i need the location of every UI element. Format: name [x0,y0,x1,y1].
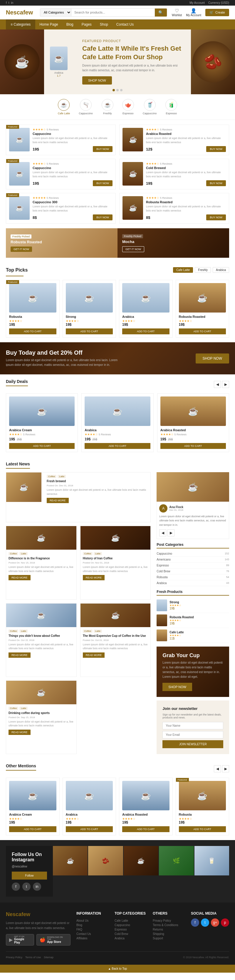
featured-prev-arrow[interactable]: ◀ [159,529,166,536]
category-espresso-2[interactable]: 🧃 Espresso [166,99,177,115]
read-more-btn-3[interactable]: READ MORE [83,575,105,580]
linkedin-icon[interactable]: in [11,1,14,5]
currency-selector[interactable]: Currency (USD) [208,1,229,5]
other-mentions-prev[interactable]: ◀ [214,765,221,772]
cart-button[interactable]: 🛒 Create [205,9,229,16]
tab-freshly[interactable]: Freshly [195,267,211,273]
twitter-icon[interactable]: t [8,1,9,5]
search-input[interactable] [71,9,155,16]
nav-shop[interactable]: Shop [96,19,112,29]
post-cat-americano[interactable]: Americano143 [156,557,229,563]
footer-info-about[interactable]: About Us [76,918,109,923]
read-more-btn-5[interactable]: READ MORE [83,652,105,658]
grab-cup-button[interactable]: SHOP NOW [162,683,192,691]
daily-deal-cart-2[interactable]: ADD TO CART [85,443,150,449]
post-cat-cappuccino[interactable]: Cappuccino152 [156,551,229,557]
newsletter-email-input[interactable] [162,731,223,738]
instagram-twitter-icon[interactable]: t [22,883,30,891]
footer-cat-espresso[interactable]: Espresso [115,927,147,932]
instagram-follow-button[interactable]: Follow [12,872,47,880]
nav-pages[interactable]: Pages [77,19,96,29]
nav-home[interactable]: Home Page [35,19,62,29]
top-pick-add-cart-2[interactable]: ADD TO CART [66,328,113,334]
daily-deal-cart-1[interactable]: ADD TO CART [9,443,75,449]
site-logo[interactable]: Nescafew [6,9,35,16]
mention-cart-4[interactable]: ADD TO CART [179,826,226,832]
add-to-cart-button-2[interactable]: BUY NOW [206,146,226,152]
footer-other-privacy[interactable]: Privacy Policy [153,918,185,923]
footer-cat-cold-brew[interactable]: Cold Brew [115,932,147,936]
daily-deals-prev[interactable]: ◀ [214,381,221,388]
add-to-cart-button-1[interactable]: BUY NOW [93,146,112,152]
footer-info-contact[interactable]: Contact Us [76,932,109,936]
category-cafe-latte[interactable]: ☕ Cafe Latte [58,99,70,115]
category-cappuccino-2[interactable]: 🥤 Cappuccino [143,99,157,115]
mention-cart-1[interactable]: ADD TO CART [9,826,57,832]
footer-other-returns[interactable]: Returns [153,927,185,932]
footer-pinterest-icon[interactable]: p [221,918,229,927]
tab-cafe-latte[interactable]: Cafe Latte [173,267,193,273]
add-to-cart-button-4[interactable]: BUY NOW [206,180,226,186]
post-cat-robusta[interactable]: Robusta54 [156,574,229,580]
hero-shop-now-button[interactable]: SHOP NOW [82,76,112,84]
footer-info-affiliates[interactable]: Affiliates [76,936,109,940]
wishlist-icon[interactable]: ♡ Wishlist [172,8,182,17]
hero-dot-2[interactable] [116,89,119,91]
mention-cart-3[interactable]: ADD TO CART [122,826,169,832]
featured-next-arrow[interactable]: ▶ [167,529,175,536]
add-to-cart-button-6[interactable]: BUY NOW [206,215,226,220]
post-cat-cold-brew[interactable]: Cold Brew76 [156,568,229,574]
footer-facebook-icon[interactable]: f [191,918,199,927]
footer-other-shipping[interactable]: Shipping [153,932,185,936]
instagram-linkedin-icon[interactable]: in [33,883,41,891]
footer-other-terms[interactable]: Terms & Conditions [153,923,185,927]
add-to-cart-button-5[interactable]: BUY NOW [93,215,112,220]
post-cat-arabica[interactable]: Arabica43 [156,580,229,586]
daily-deals-next[interactable]: ▶ [222,381,229,388]
facebook-icon[interactable]: f [6,1,7,5]
buy-banner-button[interactable]: SHOP NOW [196,353,229,363]
read-more-btn-2[interactable]: READ MORE [8,575,30,580]
footer-cat-cappuccino[interactable]: Cappuccino [115,923,147,927]
footer-terms-link[interactable]: Terms of Use [25,956,41,959]
app-store-badge[interactable]: 🍎 DOWNLOAD ON THE App Store [36,934,71,945]
promo-btn-1[interactable]: GET IT NOW [11,247,32,252]
top-pick-add-cart-4[interactable]: ADD TO CART [179,328,226,334]
footer-googleplus-icon[interactable]: g+ [211,918,219,927]
footer-info-blog[interactable]: Blog [76,923,109,927]
instagram-facebook-icon[interactable]: f [12,883,20,891]
footer-cat-latte[interactable]: Cafe Latte [115,918,147,923]
mention-cart-2[interactable]: ADD TO CART [66,826,113,832]
newsletter-submit-button[interactable]: JOIN NEWSLETTER [162,740,223,748]
footer-privacy-link[interactable]: Privacy Policy [6,956,22,959]
google-play-badge[interactable]: ▶ GET IT ON Google Play [6,934,34,945]
read-more-btn-6[interactable]: READ MORE [8,730,30,735]
other-mentions-next[interactable]: ▶ [222,765,229,772]
categories-menu[interactable]: ≡ Categories [6,19,35,29]
hero-dot-1[interactable] [112,89,115,91]
category-cappuccino[interactable]: 🫗 Cappuccino [79,99,93,115]
nav-blog[interactable]: Blog [62,19,77,29]
read-more-btn-1[interactable]: READ MORE [47,498,69,503]
read-more-btn-4[interactable]: READ MORE [8,652,30,658]
promo-btn-2[interactable]: GET IT NOW [122,246,144,252]
tab-arabica[interactable]: Arabica [213,267,229,273]
back-to-top-button[interactable]: ▲ Back to Top [0,965,235,973]
top-pick-add-cart-1[interactable]: ADD TO CART [9,328,57,334]
my-account-link[interactable]: My Account [189,1,205,5]
newsletter-name-input[interactable] [162,722,223,729]
footer-info-faq[interactable]: FAQ [76,927,109,932]
account-icon[interactable]: 👤 My Account [186,8,201,17]
footer-other-support[interactable]: Support [153,936,185,940]
add-to-cart-button-3[interactable]: BUY NOW [93,180,112,186]
nav-contact[interactable]: Contact Us [112,19,138,29]
category-espresso[interactable]: 🫖 Espresso [122,99,134,115]
search-button[interactable]: 🔍 [155,8,167,16]
category-dropdown[interactable]: All Categories [40,8,71,16]
hero-dot-3[interactable] [120,89,123,91]
footer-cat-arabica[interactable]: Arabica [115,936,147,940]
footer-sitemap-link[interactable]: Sitemap [44,956,54,959]
footer-twitter-icon[interactable]: t [201,918,209,927]
daily-deal-cart-3[interactable]: ADD TO CART [160,443,226,449]
top-pick-add-cart-3[interactable]: ADD TO CART [122,328,169,334]
